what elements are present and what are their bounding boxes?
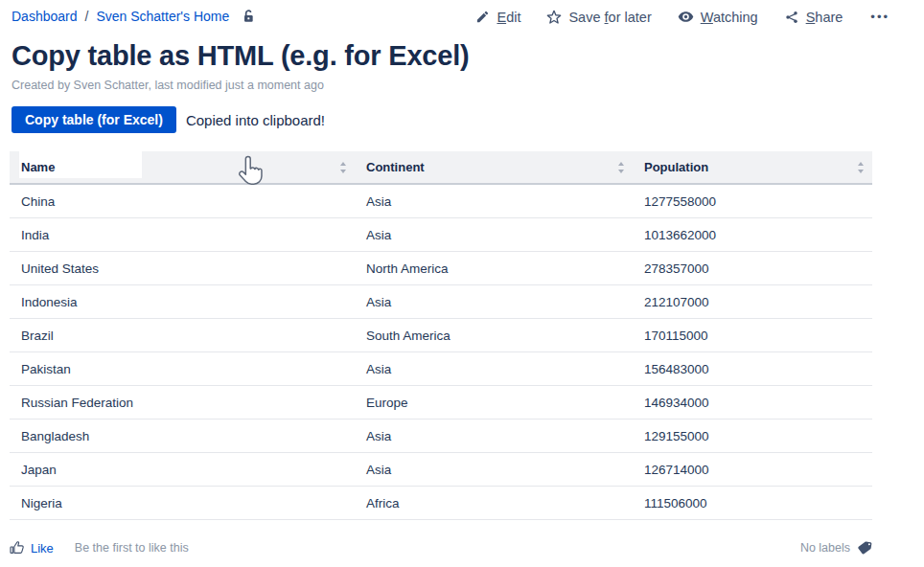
- sort-icon[interactable]: [617, 162, 625, 173]
- table-cell: 111506000: [633, 487, 872, 519]
- table-cell: Asia: [355, 453, 633, 486]
- table-cell: Asia: [355, 218, 633, 251]
- eye-icon: [678, 9, 694, 25]
- table-row: ChinaAsia1277558000: [10, 185, 872, 218]
- table-cell: India: [10, 218, 355, 251]
- table-cell: North America: [355, 252, 633, 284]
- sort-icon[interactable]: [857, 162, 865, 173]
- edit-button[interactable]: Edit: [475, 10, 520, 25]
- table-header-row: Name Continent Population: [10, 151, 872, 185]
- breadcrumb: Dashboard / Sven Schatter's Home: [12, 9, 256, 24]
- table-cell: 129155000: [633, 420, 872, 452]
- table-cell: 1277558000: [633, 185, 872, 217]
- countries-table: Name Continent Population ChinaAsia12775…: [10, 151, 872, 520]
- breadcrumb-dashboard[interactable]: Dashboard: [12, 9, 78, 24]
- like-button[interactable]: Like: [10, 540, 54, 556]
- table-cell: Bangladesh: [10, 420, 355, 452]
- table-cell: Asia: [355, 185, 633, 217]
- table-cell: Pakistan: [10, 352, 355, 385]
- action-row: Copy table (for Excel) Copied into clipb…: [12, 106, 325, 133]
- watching-button[interactable]: Watching: [678, 9, 758, 25]
- table-cell: 156483000: [633, 352, 872, 385]
- table-body: ChinaAsia1277558000IndiaAsia1013662000Un…: [10, 185, 872, 520]
- table-cell: Asia: [355, 285, 633, 318]
- copy-status-text: Copied into clipboard!: [186, 112, 325, 128]
- table-row: NigeriaAfrica111506000: [10, 487, 872, 520]
- page-title: Copy table as HTML (e.g. for Excel): [12, 40, 470, 72]
- breadcrumb-space-home[interactable]: Sven Schatter's Home: [96, 9, 229, 24]
- tag-icon: [857, 540, 872, 556]
- thumbs-up-icon: [10, 540, 25, 556]
- table-cell: 212107000: [633, 285, 872, 318]
- table-cell: Russian Federation: [10, 386, 355, 419]
- no-labels-text: No labels: [800, 541, 850, 555]
- table-cell: Europe: [355, 386, 633, 419]
- table-cell: Nigeria: [10, 487, 355, 519]
- page-byline: Created by Sven Schatter, last modified …: [12, 79, 324, 92]
- table-cell: 1013662000: [633, 218, 872, 251]
- column-header-label: Name: [21, 160, 55, 174]
- table-row: PakistanAsia156483000: [10, 352, 872, 386]
- share-icon: [784, 10, 799, 25]
- table-cell: Indonesia: [10, 285, 355, 318]
- table-row: Russian FederationEurope146934000: [10, 386, 872, 420]
- table-cell: South America: [355, 319, 633, 352]
- page-footer: Like Be the first to like this No labels: [10, 534, 872, 561]
- table-cell: 126714000: [633, 453, 872, 486]
- labels-button[interactable]: No labels: [800, 540, 872, 556]
- column-header-name[interactable]: Name: [10, 151, 355, 183]
- save-for-later-button[interactable]: Save for later: [546, 10, 651, 25]
- more-menu-button[interactable]: •••: [868, 8, 891, 26]
- star-icon: [546, 10, 562, 25]
- sort-icon[interactable]: [339, 162, 347, 173]
- table-row: BrazilSouth America170115000: [10, 319, 872, 352]
- like-hint-text: Be the first to like this: [75, 541, 189, 555]
- table-row: JapanAsia126714000: [10, 453, 872, 487]
- table-row: IndonesiaAsia212107000: [10, 285, 872, 319]
- table-cell: 278357000: [633, 252, 872, 284]
- copy-table-button[interactable]: Copy table (for Excel): [12, 106, 176, 133]
- pencil-icon: [475, 10, 490, 24]
- table-cell: Asia: [355, 352, 633, 385]
- share-button[interactable]: Share: [784, 10, 843, 25]
- table-cell: Japan: [10, 453, 355, 486]
- column-header-continent[interactable]: Continent: [355, 151, 633, 183]
- column-header-population[interactable]: Population: [633, 151, 872, 183]
- table-cell: 170115000: [633, 319, 872, 352]
- table-cell: Asia: [355, 420, 633, 452]
- table-cell: Brazil: [10, 319, 355, 352]
- unlock-icon[interactable]: [241, 9, 256, 24]
- like-label: Like: [31, 541, 54, 556]
- table-row: BangladeshAsia129155000: [10, 420, 872, 453]
- page-toolbar: Edit Save for later Watching Share ••: [475, 8, 891, 26]
- column-header-label: Population: [644, 160, 708, 174]
- table-cell: China: [10, 185, 355, 217]
- table-cell: Africa: [355, 487, 633, 519]
- column-header-label: Continent: [366, 160, 425, 174]
- breadcrumb-separator: /: [85, 9, 89, 24]
- table-cell: United States: [10, 252, 355, 284]
- table-row: IndiaAsia1013662000: [10, 218, 872, 252]
- table-row: United StatesNorth America278357000: [10, 252, 872, 285]
- table-cell: 146934000: [633, 386, 872, 419]
